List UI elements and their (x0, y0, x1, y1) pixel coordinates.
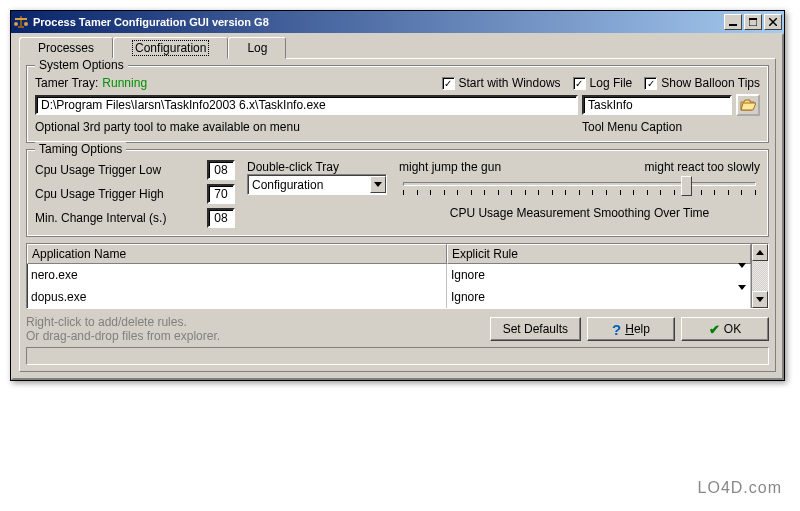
show-balloon-checkbox[interactable]: ✓ (644, 77, 657, 90)
cell-app: dopus.exe (27, 286, 447, 308)
question-icon: ? (612, 321, 621, 338)
browse-button[interactable] (736, 94, 760, 116)
close-button[interactable] (764, 14, 782, 30)
svg-rect-0 (20, 16, 22, 26)
tool-path-input[interactable] (35, 95, 578, 115)
tool-path-hint: Optional 3rd party tool to make availabl… (35, 120, 578, 134)
tab-configuration[interactable]: Configuration (113, 37, 228, 59)
col-header-rule[interactable]: Explicit Rule (447, 244, 751, 264)
tab-processes[interactable]: Processes (19, 37, 113, 59)
table-row[interactable]: nero.exe Ignore (27, 264, 751, 286)
tool-caption-input[interactable] (582, 95, 732, 115)
tab-log[interactable]: Log (228, 37, 286, 59)
min-change-input[interactable] (207, 208, 235, 228)
svg-rect-7 (749, 18, 757, 20)
cpu-low-input[interactable] (207, 160, 235, 180)
status-bar (26, 347, 769, 365)
tool-caption-hint: Tool Menu Caption (582, 120, 760, 134)
taming-options-group: Taming Options Cpu Usage Trigger Low Cpu… (26, 149, 769, 237)
log-file-label: Log File (590, 76, 633, 90)
chevron-down-icon[interactable] (370, 176, 386, 193)
titlebar[interactable]: Process Tamer Configuration GUI version … (11, 11, 784, 33)
chevron-down-icon[interactable] (738, 268, 746, 282)
vertical-scrollbar[interactable] (751, 244, 768, 308)
scroll-up-button[interactable] (752, 244, 768, 261)
slider-right-hint: might react too slowly (645, 160, 760, 174)
app-icon (13, 14, 29, 30)
tamer-tray-label: Tamer Tray: (35, 76, 98, 90)
start-with-windows-label: Start with Windows (459, 76, 561, 90)
cpu-high-input[interactable] (207, 184, 235, 204)
scroll-down-button[interactable] (752, 291, 768, 308)
minimize-button[interactable] (724, 14, 742, 30)
double-click-label: Double-click Tray (247, 160, 339, 174)
taming-options-legend: Taming Options (35, 142, 126, 156)
chevron-down-icon[interactable] (738, 290, 746, 304)
start-with-windows-checkbox[interactable]: ✓ (442, 77, 455, 90)
col-header-app[interactable]: Application Name (27, 244, 447, 264)
svg-rect-1 (15, 18, 27, 20)
system-options-legend: System Options (35, 58, 128, 72)
watermark: LO4D.com (698, 479, 782, 497)
svg-point-3 (24, 22, 28, 26)
double-click-combo[interactable]: Configuration (247, 174, 387, 195)
window-title: Process Tamer Configuration GUI version … (33, 16, 722, 28)
cell-rule: Ignore (451, 290, 738, 304)
cell-app: nero.exe (27, 264, 447, 286)
set-defaults-button[interactable]: Set Defaults (490, 317, 581, 341)
svg-rect-4 (18, 26, 24, 28)
rules-table: Application Name Explicit Rule nero.exe … (26, 243, 769, 309)
folder-open-icon (740, 98, 756, 112)
ok-button[interactable]: ✔ OK (681, 317, 769, 341)
smoothing-slider[interactable] (399, 174, 760, 202)
maximize-button[interactable] (744, 14, 762, 30)
tab-panel: System Options Tamer Tray: Running ✓ Sta… (19, 58, 776, 372)
system-options-group: System Options Tamer Tray: Running ✓ Sta… (26, 65, 769, 143)
app-window: Process Tamer Configuration GUI version … (10, 10, 785, 381)
svg-rect-5 (729, 24, 737, 26)
log-file-checkbox[interactable]: ✓ (573, 77, 586, 90)
tamer-tray-status: Running (102, 76, 147, 90)
help-button[interactable]: ? Help (587, 317, 675, 341)
check-icon: ✔ (709, 322, 720, 337)
show-balloon-label: Show Balloon Tips (661, 76, 760, 90)
slider-left-hint: might jump the gun (399, 160, 501, 174)
cpu-high-label: Cpu Usage Trigger High (35, 187, 203, 201)
min-change-label: Min. Change Interval (s.) (35, 211, 203, 225)
slider-caption: CPU Usage Measurement Smoothing Over Tim… (450, 206, 709, 220)
tab-strip: Processes Configuration Log (19, 37, 776, 59)
table-row[interactable]: dopus.exe Ignore (27, 286, 751, 308)
cell-rule: Ignore (451, 268, 738, 282)
hint-text: Right-click to add/delete rules. Or drag… (26, 315, 484, 343)
cpu-low-label: Cpu Usage Trigger Low (35, 163, 203, 177)
svg-point-2 (14, 22, 18, 26)
